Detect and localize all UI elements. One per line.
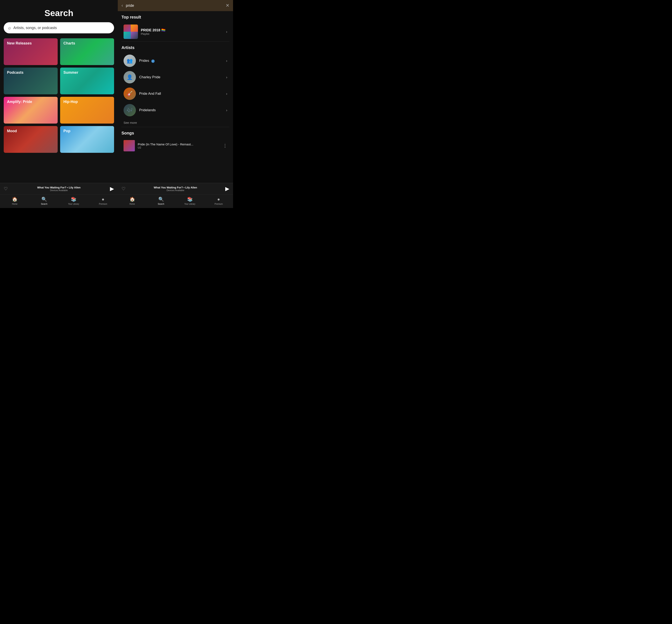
nav-icon-home: 🏠	[12, 197, 18, 202]
artist-name-pridelands: Pridelands	[139, 108, 226, 112]
nav-label-library: Your Library	[68, 203, 79, 205]
category-item-amplify-pride[interactable]: Amplify: Pride	[4, 97, 58, 124]
artist-item-charley[interactable]: 👤 Charley Pride ›	[122, 69, 230, 85]
now-playing-bar: ♡ What You Waiting For? • Lily Allen Dev…	[0, 183, 118, 194]
right-nav-icon-premium: ●	[217, 197, 220, 202]
category-item-pop[interactable]: Pop	[60, 126, 114, 153]
search-results: Top result PRIDE 2018 🏳️‍🌈 Playlist › Ar…	[118, 11, 233, 183]
right-nav-item-library[interactable]: 📚Your Library	[176, 197, 204, 205]
songs-section-title: Songs	[122, 127, 230, 138]
art-cell-3	[124, 32, 131, 39]
nav-label-premium: Premium	[99, 203, 107, 205]
category-label-new-releases: New Releases	[7, 41, 32, 46]
chevron-prides: ›	[226, 59, 227, 63]
song-artist-pride: U2	[138, 146, 223, 149]
song-art-pride	[124, 140, 135, 151]
right-nav-label-library: Your Library	[184, 203, 195, 205]
right-nav-item-search[interactable]: 🔍Search	[146, 197, 176, 205]
artists-section-title: Artists	[122, 42, 230, 53]
nav-icon-premium: ●	[102, 197, 104, 202]
left-content: Search ⌕ Artists, songs, or podcasts New…	[0, 0, 118, 183]
play-button[interactable]: ▶	[110, 186, 114, 192]
artist-name-charley: Charley Pride	[139, 75, 226, 79]
nav-label-home: Home	[12, 203, 18, 205]
category-label-amplify-pride: Amplify: Pride	[7, 100, 32, 104]
nav-icon-library: 📚	[71, 197, 76, 202]
category-item-new-releases[interactable]: New Releases	[4, 38, 58, 65]
nav-label-search: Search	[41, 203, 48, 205]
now-playing-title: What You Waiting For? • Lily Allen	[8, 186, 110, 189]
now-playing-title-right: What You Waiting For? • Lily Allen	[126, 186, 225, 189]
category-label-charts: Charts	[63, 41, 75, 46]
playlist-art	[124, 25, 138, 39]
right-nav-label-search: Search	[158, 203, 164, 205]
nav-item-home[interactable]: 🏠Home	[0, 197, 29, 205]
category-label-summer: Summer	[63, 71, 78, 75]
now-playing-info-right: What You Waiting For? • Lily Allen Devic…	[126, 186, 225, 191]
right-nav-item-premium[interactable]: ●Premium	[204, 197, 233, 205]
category-item-podcasts[interactable]: Podcasts	[4, 68, 58, 94]
see-more-button[interactable]: See more	[122, 119, 230, 127]
artist-avatar-pride-and-fall: 🎸	[124, 87, 136, 100]
top-result-section-title: Top result	[122, 11, 230, 22]
left-panel: Search ⌕ Artists, songs, or podcasts New…	[0, 0, 118, 208]
art-cell-4	[131, 32, 138, 39]
now-playing-sub-right: Devices Available	[126, 189, 225, 191]
artist-name-pride-and-fall: Pride And Fall	[139, 92, 226, 96]
category-label-mood: Mood	[7, 129, 17, 133]
chevron-right-icon: ›	[226, 30, 227, 34]
category-label-pop: Pop	[63, 129, 71, 133]
bottom-nav-right: 🏠Home🔍Search📚Your Library●Premium	[118, 194, 233, 208]
artist-avatar-pridelands: 🎶	[124, 104, 136, 116]
play-button-right[interactable]: ▶	[225, 186, 230, 192]
now-playing-info: What You Waiting For? • Lily Allen Devic…	[8, 186, 110, 191]
right-nav-icon-library: 📚	[187, 197, 193, 202]
heart-button-right[interactable]: ♡	[122, 186, 126, 191]
song-item-pride[interactable]: Pride (In The Name Of Love) - Remast... …	[122, 138, 230, 153]
right-nav-label-home: Home	[130, 203, 135, 205]
artist-avatar-prides: 👥	[124, 55, 136, 67]
page-title: Search	[4, 8, 114, 18]
search-header: ‹ pride ✕	[118, 0, 233, 11]
nav-item-library[interactable]: 📚Your Library	[59, 197, 88, 205]
right-nav-icon-home: 🏠	[130, 197, 135, 202]
category-item-charts[interactable]: Charts	[60, 38, 114, 65]
song-info-pride: Pride (In The Name Of Love) - Remast... …	[138, 142, 223, 149]
category-item-hip-hop[interactable]: Hip-Hop	[60, 97, 114, 124]
artist-avatar-charley: 👤	[124, 71, 136, 83]
song-title-pride: Pride (In The Name Of Love) - Remast...	[138, 142, 223, 146]
verified-badge-prides: ✓	[151, 59, 155, 63]
right-nav-icon-search: 🔍	[158, 197, 164, 202]
back-button[interactable]: ‹	[122, 3, 123, 8]
artist-item-prides[interactable]: 👥 Prides ✓ ›	[122, 53, 230, 69]
category-label-podcasts: Podcasts	[7, 71, 24, 75]
search-icon: ⌕	[8, 25, 11, 30]
category-item-summer[interactable]: Summer	[60, 68, 114, 94]
top-result-info: PRIDE 2018 🏳️‍🌈 Playlist	[141, 28, 226, 35]
now-playing-bar-right: ♡ What You Waiting For? • Lily Allen Dev…	[118, 183, 233, 194]
artist-item-pride-and-fall[interactable]: 🎸 Pride And Fall ›	[122, 85, 230, 102]
chevron-pridelands: ›	[226, 108, 227, 112]
category-item-mood[interactable]: Mood	[4, 126, 58, 153]
top-result-name: PRIDE 2018 🏳️‍🌈	[141, 28, 226, 32]
nav-item-search[interactable]: 🔍Search	[29, 197, 59, 205]
close-button[interactable]: ✕	[226, 3, 230, 8]
heart-button[interactable]: ♡	[4, 186, 8, 191]
top-result-type: Playlist	[141, 32, 226, 35]
nav-icon-search: 🔍	[42, 197, 47, 202]
artist-item-pridelands[interactable]: 🎶 Pridelands ›	[122, 102, 230, 119]
art-cell-2	[131, 25, 138, 32]
search-query-display[interactable]: pride	[126, 3, 223, 8]
search-bar[interactable]: ⌕ Artists, songs, or podcasts	[4, 22, 114, 33]
top-result-item[interactable]: PRIDE 2018 🏳️‍🌈 Playlist ›	[122, 22, 230, 42]
chevron-pride-and-fall: ›	[226, 92, 227, 96]
category-label-hip-hop: Hip-Hop	[63, 100, 78, 104]
bottom-nav-left: 🏠Home🔍Search📚Your Library●Premium	[0, 194, 118, 208]
nav-item-premium[interactable]: ●Premium	[88, 197, 118, 205]
search-bar-placeholder: Artists, songs, or podcasts	[14, 26, 57, 30]
right-nav-item-home[interactable]: 🏠Home	[118, 197, 146, 205]
more-options-button[interactable]: ⋮	[223, 143, 227, 149]
chevron-charley: ›	[226, 75, 227, 79]
art-cell-1	[124, 25, 131, 32]
category-grid: New ReleasesChartsPodcastsSummerAmplify:…	[4, 38, 114, 153]
